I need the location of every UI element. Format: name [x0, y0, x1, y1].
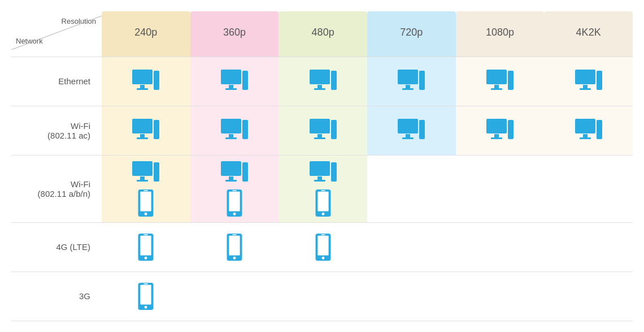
svg-rect-29: [486, 70, 507, 84]
svg-rect-30: [494, 85, 499, 88]
svg-rect-19: [332, 73, 336, 74]
svg-rect-61: [332, 122, 336, 123]
svg-rect-44: [140, 134, 145, 137]
svg-rect-48: [155, 124, 158, 126]
svg-rect-119: [141, 235, 151, 255]
cell-wifiAbn-4k2k: [544, 155, 633, 222]
svg-rect-42: [598, 77, 601, 79]
svg-rect-28: [420, 77, 424, 79]
svg-point-128: [321, 256, 324, 259]
svg-rect-89: [155, 165, 158, 166]
cell-wifiAc-1080p: [456, 106, 545, 155]
svg-rect-27: [420, 75, 424, 76]
svg-rect-65: [406, 134, 410, 137]
svg-rect-80: [580, 137, 591, 139]
svg-rect-78: [575, 119, 595, 133]
svg-rect-12: [243, 73, 247, 74]
svg-point-116: [321, 212, 324, 215]
row-label-wifi-abn: Wi-Fi(802.11 a/b/n): [11, 155, 102, 222]
cell-wifiAc-720p: [367, 106, 456, 155]
svg-rect-63: [332, 127, 336, 128]
svg-point-124: [233, 256, 236, 259]
svg-rect-15: [310, 70, 330, 84]
svg-rect-14: [243, 77, 247, 79]
svg-rect-49: [155, 127, 158, 128]
cell-3g-720p: [367, 271, 456, 321]
row-label-4g: 4G (LTE): [11, 222, 102, 271]
cell-3g-360p: [190, 271, 279, 321]
row-ethernet: Ethernet: [11, 57, 633, 106]
svg-point-105: [233, 212, 236, 215]
svg-rect-47: [155, 122, 158, 123]
header-diagonal-cell: Resolution Network: [11, 11, 102, 57]
svg-rect-23: [406, 85, 410, 88]
col-header-240p: 240p: [102, 11, 190, 57]
row-3g: 3G: [11, 271, 633, 321]
cell-wifiAbn-240p: [102, 155, 190, 222]
cell-3g-4k2k: [544, 271, 633, 321]
chart-container: Resolution Network 240p 360p 480p 720p 1…: [11, 11, 633, 321]
svg-rect-113: [332, 169, 336, 170]
row-label-ethernet: Ethernet: [11, 57, 102, 106]
cell-wifiAc-4k2k: [544, 106, 633, 155]
svg-rect-62: [332, 124, 336, 126]
svg-rect-35: [509, 77, 512, 79]
svg-rect-98: [225, 180, 237, 182]
svg-rect-75: [509, 122, 512, 123]
svg-rect-38: [580, 88, 591, 90]
svg-rect-37: [583, 85, 588, 88]
svg-rect-121: [143, 234, 148, 235]
svg-rect-51: [229, 134, 233, 137]
svg-rect-2: [140, 85, 145, 88]
svg-rect-24: [402, 88, 414, 90]
svg-rect-22: [398, 70, 418, 84]
svg-rect-66: [402, 137, 414, 139]
svg-rect-26: [420, 73, 424, 74]
svg-point-132: [145, 305, 147, 308]
svg-rect-69: [420, 124, 424, 126]
svg-rect-20: [332, 75, 336, 76]
cell-ethernet-4k2k: [544, 57, 633, 106]
svg-rect-111: [332, 165, 336, 166]
svg-rect-17: [314, 88, 325, 90]
svg-rect-52: [225, 137, 237, 139]
svg-rect-77: [509, 127, 512, 128]
svg-rect-41: [598, 75, 601, 76]
cell-ethernet-1080p: [456, 57, 545, 106]
svg-rect-90: [155, 167, 158, 168]
svg-rect-64: [398, 119, 418, 133]
svg-rect-104: [229, 191, 240, 211]
svg-rect-127: [317, 235, 328, 255]
svg-rect-72: [494, 134, 499, 137]
col-header-360p: 360p: [190, 11, 279, 57]
svg-rect-21: [332, 77, 336, 79]
col-header-480p: 480p: [279, 11, 367, 57]
svg-rect-91: [155, 169, 158, 170]
svg-rect-31: [491, 88, 502, 90]
svg-rect-97: [229, 176, 233, 180]
cell-wifiAbn-720p: [367, 155, 456, 222]
cell-ethernet-240p: [102, 57, 190, 106]
svg-rect-100: [243, 165, 247, 166]
svg-line-0: [11, 16, 102, 50]
svg-rect-102: [243, 169, 247, 170]
row-label-3g: 3G: [11, 271, 102, 321]
svg-rect-33: [509, 73, 512, 74]
cell-3g-240p: [102, 271, 190, 321]
svg-rect-16: [317, 85, 322, 88]
cell-4g-360p: [190, 222, 279, 271]
svg-rect-10: [225, 88, 237, 90]
cell-ethernet-720p: [367, 57, 456, 106]
svg-point-94: [145, 212, 147, 215]
svg-rect-40: [598, 73, 601, 74]
svg-rect-54: [243, 122, 247, 123]
svg-rect-93: [141, 191, 151, 211]
cell-3g-1080p: [456, 271, 545, 321]
svg-rect-106: [232, 190, 237, 191]
svg-rect-108: [317, 176, 322, 180]
col-header-4k2k: 4K2K: [544, 11, 633, 57]
svg-rect-117: [321, 190, 325, 191]
col-header-720p: 720p: [367, 11, 456, 57]
svg-rect-68: [420, 122, 424, 123]
svg-rect-133: [143, 283, 148, 284]
